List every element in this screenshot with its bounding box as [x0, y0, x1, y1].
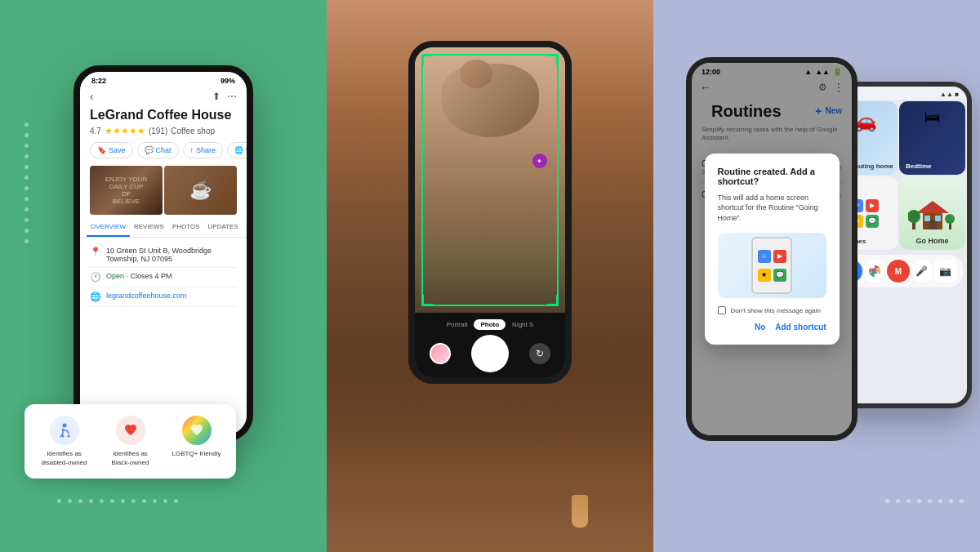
save-button[interactable]: 🔖 Save: [90, 142, 133, 158]
tab-ab[interactable]: AB: [243, 218, 247, 237]
no-button[interactable]: No: [755, 323, 765, 332]
chat-button[interactable]: 💬 Chat: [137, 142, 179, 158]
share-button[interactable]: ↑ Share: [183, 142, 224, 158]
tab-updates[interactable]: UPDATES: [204, 218, 243, 237]
dots-decoration-right: [885, 499, 964, 503]
bedtime-cell[interactable]: 🛏 Bedtime: [899, 101, 965, 175]
website-button[interactable]: 🌐 Website: [227, 142, 247, 158]
camera-modes: Portrait Photo Night S: [420, 319, 560, 330]
address-row: 📍 10 Green St Unit B, Woodbridge Townshi…: [90, 243, 237, 268]
shutter-button[interactable]: [471, 335, 509, 372]
lens-dock-icon[interactable]: 📷: [934, 260, 957, 283]
share-icon[interactable]: ⬆: [212, 91, 220, 102]
badge-black-label: Identifies as Black-owned: [104, 450, 157, 467]
disabled-icon: [50, 416, 79, 445]
wheelchair-icon: [56, 422, 73, 438]
assistant-dock-icon[interactable]: 🎤: [911, 260, 933, 283]
phone-illustration: ☺ ▶ ★ 💬: [751, 237, 792, 294]
camera-screen: ✦ Portrait Photo Night S: [415, 47, 565, 377]
maps-action-buttons: 🔖 Save 💬 Chat ↑ Share 🌐 Website: [80, 138, 247, 162]
dialog-title: Routine created. Add a shortcut?: [718, 167, 826, 186]
routines-icon-2: ▶: [866, 199, 879, 212]
illus-icon-3: ★: [758, 269, 771, 282]
camera-viewfinder: ✦: [415, 47, 565, 313]
dont-show-checkbox[interactable]: [718, 306, 726, 314]
tab-photos[interactable]: PHOTOS: [168, 218, 204, 237]
badge-disabled-owned: Identifies as disabled-owned: [38, 416, 91, 467]
badge-black-owned: Identifies as Black-owned: [104, 416, 157, 467]
badge-disabled-label: Identifies as disabled-owned: [38, 450, 91, 467]
hours-row: 🕐 Open · Closes 4 PM: [90, 268, 237, 287]
camera-phone: ✦ Portrait Photo Night S: [408, 41, 572, 384]
portrait-mode[interactable]: Portrait: [447, 321, 468, 328]
add-shortcut-dialog: Routine created. Add a shortcut? This wi…: [705, 154, 840, 345]
illus-top-row: ☺ ▶: [758, 250, 786, 263]
illus-icon-2: ▶: [773, 250, 786, 263]
maps-status-bar: 8:22 99%: [80, 72, 247, 87]
tab-overview[interactable]: OVERVIEW: [87, 218, 130, 237]
website-row: 🌐 legrandcoffeehouse.com: [90, 287, 237, 307]
maps-rating: 4.7 ★★★★★ (191) Coffee shop: [80, 124, 247, 138]
hours-text: Open · Closes 4 PM: [106, 272, 172, 280]
badge-lgbtq-label: LGBTQ+ friendly: [172, 450, 221, 458]
more-icon[interactable]: ⋯: [227, 91, 237, 102]
corner-bl: [421, 295, 433, 306]
photo-mode[interactable]: Photo: [474, 319, 506, 330]
dots-decoration-left-h: [57, 499, 178, 503]
night-mode[interactable]: Night S: [512, 321, 533, 328]
maps-phone: 8:22 99% ‹ ⬆ ⋯ LeGrand Coffee House 4.7 …: [74, 65, 253, 441]
maps-tabs: OVERVIEW REVIEWS PHOTOS UPDATES AB: [80, 218, 247, 238]
heart-filled-icon: [122, 422, 139, 438]
camera-container: ✦ Portrait Photo Night S: [327, 0, 653, 552]
chat-icon: 💬: [145, 146, 154, 154]
svg-marker-4: [916, 201, 949, 213]
go-home-cell[interactable]: Go Home: [899, 176, 965, 250]
camera-lens-icon: 📷: [939, 265, 951, 277]
svg-point-2: [67, 435, 69, 438]
dont-show-label: Don't show this message again: [731, 307, 821, 314]
rainbow-heart-icon: [189, 422, 205, 438]
back-icon[interactable]: ‹: [90, 90, 94, 103]
clock-icon: 🕐: [90, 272, 101, 283]
corner-br: [547, 295, 559, 306]
svg-rect-6: [924, 216, 930, 221]
web-icon: 🌐: [90, 292, 101, 302]
globe-icon: 🌐: [234, 146, 243, 154]
dialog-actions: No Add shortcut: [718, 323, 826, 332]
address-text: 10 Green St Unit B, Woodbridge Township,…: [106, 247, 237, 263]
dialog-body: This will add a home screen shortcut for…: [718, 193, 826, 224]
dialog-illustration: ☺ ▶ ★ 💬: [718, 233, 826, 298]
home-signal: ▲▲ ■: [940, 91, 959, 98]
maps-battery: 99%: [220, 77, 235, 85]
gallery-thumbnail[interactable]: [430, 343, 451, 364]
go-home-label: Go Home: [915, 237, 948, 245]
bedtime-label: Bedtime: [906, 162, 932, 170]
assistant-icon: 🎤: [915, 265, 928, 277]
illus-bottom-row: ★ 💬: [758, 269, 786, 282]
maps-back-bar: ‹ ⬆ ⋯: [80, 87, 247, 106]
bedtime-icon: 🛏: [899, 101, 965, 127]
left-panel: 8:22 99% ‹ ⬆ ⋯ LeGrand Coffee House 4.7 …: [0, 0, 327, 552]
tab-reviews[interactable]: REVIEWS: [130, 218, 168, 237]
routines-icon-4: 💬: [866, 215, 879, 228]
maps-info: 📍 10 Green St Unit B, Woodbridge Townshi…: [80, 238, 247, 312]
flip-camera-button[interactable]: ↻: [529, 343, 550, 364]
corner-tr: [547, 54, 559, 65]
bookmark-icon: 🔖: [97, 146, 106, 154]
svg-point-1: [61, 435, 64, 438]
share-icon-btn: ↑: [190, 146, 194, 154]
gmail-dock-icon[interactable]: M: [887, 260, 910, 283]
camera-controls: Portrait Photo Night S ↻: [415, 313, 565, 377]
photo-2: ☕: [164, 166, 237, 215]
routines-phone: 12:00 ▲ ▲▲ 🔋 ← ⚙ ⋮ Routines + New Simpli…: [686, 57, 858, 441]
heart-icon: [116, 416, 145, 445]
photo-1: ENJOY YOURDAILY CUPOFBELIEVE: [90, 166, 163, 215]
business-name: LeGrand Coffee House: [80, 106, 247, 124]
rating-count: (191): [149, 127, 167, 136]
right-panel: 12:00 ▲▲ ■ 🚗 Commuting home 🛏: [653, 0, 980, 552]
dots-decoration-left-v: [24, 122, 29, 243]
fingernail-detail: [572, 495, 588, 528]
maps-photos: ENJOY YOURDAILY CUPOFBELIEVE ☕: [80, 162, 247, 218]
chrome-dock-icon[interactable]: [863, 260, 886, 283]
add-shortcut-button[interactable]: Add shortcut: [775, 323, 826, 332]
